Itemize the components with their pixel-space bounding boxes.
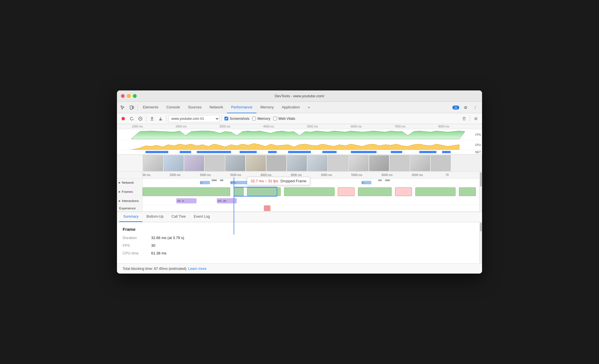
screenshot-thumb-11 — [349, 155, 369, 171]
net-block-small-1 — [212, 179, 217, 181]
fps-label: FPS — [123, 243, 151, 248]
tick-3000: 3000 ms — [200, 173, 211, 177]
devtools-right-actions: 32 ⚙ ⋮ — [452, 103, 481, 112]
tab-bottom-up[interactable]: Bottom-Up — [142, 212, 167, 222]
frame-block-green-3 — [247, 187, 281, 196]
toolbar-separator-1 — [146, 116, 146, 122]
screenshot-thumb-2 — [164, 155, 184, 171]
settings-icon[interactable]: ⚙ — [461, 103, 470, 112]
record-button[interactable] — [119, 115, 127, 123]
window-title: DevTools - www.youtube.com/ — [275, 94, 324, 98]
frames-label: Frames — [122, 190, 133, 193]
timeline-scrollbar[interactable] — [479, 172, 482, 212]
bottom-scrollbar[interactable] — [479, 222, 482, 263]
perf-settings-button[interactable]: ⚙ — [472, 115, 480, 123]
tab-summary[interactable]: Summary — [119, 212, 142, 222]
tab-call-tree[interactable]: Call Tree — [167, 212, 190, 222]
download-button[interactable] — [157, 115, 165, 123]
traffic-lights — [121, 94, 137, 98]
tab-elements[interactable]: Elements — [139, 102, 162, 113]
svg-rect-18 — [419, 151, 436, 153]
fps-value: 30 — [151, 243, 155, 248]
ruler-row-label-space — [117, 172, 143, 178]
minimize-button[interactable] — [127, 94, 131, 98]
cpu-chart: CPU — [117, 140, 482, 150]
fps-row: FPS 30 — [123, 243, 473, 248]
screenshot-thumb-8 — [287, 155, 307, 171]
fps-chart: FPS — [117, 129, 482, 140]
svg-rect-15 — [322, 151, 337, 153]
screenshots-checkbox-label[interactable]: Screenshots — [223, 117, 250, 121]
tick-4000: 4000 ms — [260, 173, 271, 177]
more-options-icon[interactable]: ⋮ — [471, 103, 480, 112]
experience-row-content — [143, 205, 479, 212]
screenshot-row-label — [117, 155, 143, 171]
frame-block-dropped-2 — [395, 187, 412, 196]
interactions-label: Interactions — [122, 199, 139, 203]
screenshot-thumb-7 — [266, 155, 286, 171]
tick-00: 00 ms — [143, 173, 150, 177]
tab-sources[interactable]: Sources — [184, 102, 206, 113]
webvitals-checkbox-label[interactable]: Web Vitals — [272, 117, 296, 121]
tab-separator — [137, 104, 138, 111]
svg-rect-13 — [268, 151, 277, 153]
tab-console[interactable]: Console — [162, 102, 184, 113]
bottom-panel: Frame Duration 32.66 ms (at 3.79 s) FPS … — [117, 222, 482, 263]
interactions-row-label: ▶ Interactions — [117, 197, 143, 205]
ruler-ticks: 1000 ms 2000 ms 3000 ms 4000 ms 5000 ms … — [131, 125, 482, 128]
frame-block-green-6 — [415, 187, 456, 196]
tab-more[interactable]: » — [304, 102, 314, 113]
experience-label: Experience — [119, 207, 136, 210]
learn-more-link[interactable]: Learn more — [188, 267, 207, 271]
frames-row-label: ▶ Frames — [117, 187, 143, 197]
timeline-scrollbar-thumb[interactable] — [480, 172, 482, 187]
tick-5000: 5000 ms — [321, 173, 332, 177]
net-block-small-5 — [385, 179, 390, 181]
net-svg — [117, 150, 482, 154]
ruler-tick-3000: 3000 ms — [219, 125, 263, 128]
net-block-small-2 — [220, 179, 223, 181]
net-block-small-4 — [378, 179, 382, 181]
memory-checkbox-label[interactable]: Memory — [251, 117, 271, 121]
ruler-ticks-main: 00 ms 2500 ms 3000 ms 3500 ms 4000 ms 45… — [143, 172, 479, 178]
tab-memory[interactable]: Memory — [256, 102, 278, 113]
frame-block-green-2 — [234, 187, 244, 196]
screenshot-thumb-9 — [307, 155, 327, 171]
status-text: Total blocking time: 87.45ms (estimated) — [123, 267, 187, 271]
interactions-timeline-row: ▶ Interactions An...n Ani...on — [117, 197, 479, 205]
frame-block-green-5 — [358, 187, 392, 196]
svg-rect-1 — [133, 106, 134, 108]
net-block-5: v... — [361, 181, 371, 184]
screenshot-strip[interactable] — [143, 155, 482, 171]
ruler-tick-4000: 4000 ms — [263, 125, 307, 128]
screenshot-thumb-1 — [143, 155, 163, 171]
frames-row-content: 32.7 ms ~ 31 fps Dropped Frame — [143, 187, 479, 197]
screenshot-thumb-6 — [246, 155, 266, 171]
reload-record-button[interactable] — [128, 115, 136, 123]
cpu-svg — [117, 140, 482, 150]
close-button[interactable] — [121, 94, 125, 98]
screenshot-thumb-12 — [369, 155, 389, 171]
maximize-button[interactable] — [133, 94, 137, 98]
url-select[interactable]: www.youtube.com #1 — [168, 115, 220, 122]
title-bar: DevTools - www.youtube.com/ — [117, 90, 482, 102]
tab-performance[interactable]: Performance — [227, 102, 256, 113]
device-icon[interactable] — [127, 103, 136, 112]
memory-checkbox[interactable] — [252, 117, 256, 120]
webvitals-checkbox[interactable] — [273, 117, 277, 120]
tab-event-log[interactable]: Event Log — [190, 212, 214, 222]
bottom-scrollbar-thumb[interactable] — [480, 223, 482, 231]
status-bar: Total blocking time: 87.45ms (estimated)… — [117, 263, 482, 274]
tab-application[interactable]: Application — [278, 102, 304, 113]
frame-block-dropped-1 — [338, 187, 355, 196]
stop-button[interactable] — [136, 115, 144, 123]
frame-details-panel: Frame Duration 32.66 ms (at 3.79 s) FPS … — [117, 222, 479, 263]
tab-network[interactable]: Network — [206, 102, 227, 113]
inspect-icon[interactable] — [118, 103, 127, 112]
clear-button[interactable] — [460, 115, 468, 123]
svg-rect-9 — [145, 151, 168, 153]
frame-block-green-7 — [459, 187, 476, 196]
tooltip-fps: 32.7 ms ~ 31 fps — [251, 179, 278, 183]
upload-button[interactable] — [148, 115, 156, 123]
screenshots-checkbox[interactable] — [224, 117, 228, 120]
